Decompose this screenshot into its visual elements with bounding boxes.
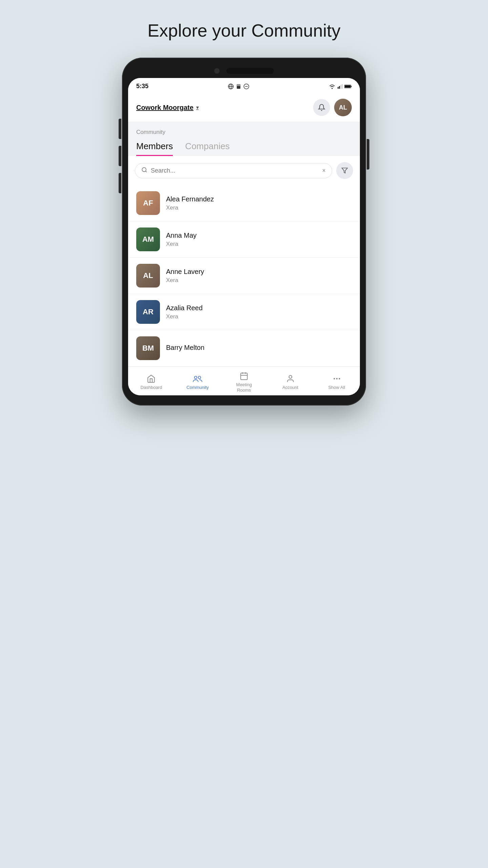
svg-point-18	[198, 376, 201, 379]
tab-members[interactable]: Members	[136, 141, 173, 156]
status-bar: 5:35	[128, 78, 360, 93]
svg-rect-7	[338, 87, 339, 88]
filter-icon	[341, 167, 348, 174]
svg-rect-12	[351, 85, 351, 87]
workspace-selector[interactable]: Cowork Moorgate ▾	[136, 104, 199, 112]
avatar-image: BM	[136, 336, 160, 360]
phone-top-bar	[128, 68, 360, 74]
member-avatar: AL	[136, 264, 160, 288]
avatar-image: AR	[136, 300, 160, 324]
nav-meeting-rooms[interactable]: MeetingRooms	[230, 372, 258, 393]
home-icon	[147, 374, 156, 383]
member-info: Anna May Xera	[166, 232, 352, 248]
nav-meeting-rooms-label: MeetingRooms	[236, 382, 252, 393]
members-list: AF Alea Fernandez Xera AM Anna May Xera	[128, 185, 360, 367]
list-item[interactable]: AM Anna May Xera	[128, 221, 360, 258]
nav-account[interactable]: Account	[277, 374, 304, 390]
member-name: Alea Fernandez	[166, 195, 352, 203]
member-avatar: AR	[136, 300, 160, 324]
notifications-button[interactable]	[313, 99, 330, 116]
list-item[interactable]: AL Anne Lavery Xera	[128, 258, 360, 294]
user-avatar[interactable]: AL	[334, 99, 352, 116]
member-name: Anna May	[166, 232, 352, 239]
search-row: ×	[128, 156, 360, 185]
member-avatar: BM	[136, 336, 160, 360]
nav-community-label: Community	[186, 385, 209, 390]
section-label: Community	[136, 129, 352, 136]
nav-community[interactable]: Community	[184, 374, 211, 390]
list-item[interactable]: BM Barry Melton	[128, 330, 360, 367]
filter-button[interactable]	[336, 162, 353, 179]
member-company: Xera	[166, 204, 352, 211]
dots-icon	[332, 374, 341, 383]
nav-show-all-label: Show All	[328, 385, 345, 390]
svg-point-23	[289, 375, 292, 378]
tabs-row: Members Companies	[136, 141, 352, 156]
svg-rect-9	[340, 85, 341, 89]
sdcard-icon	[236, 83, 241, 90]
svg-rect-8	[339, 86, 340, 88]
person-icon	[286, 374, 295, 383]
list-item[interactable]: AR Azalia Reed Xera	[128, 294, 360, 330]
status-left-icons	[228, 83, 249, 90]
list-item[interactable]: AF Alea Fernandez Xera	[128, 185, 360, 221]
member-name: Anne Lavery	[166, 268, 352, 276]
speaker-grille	[226, 68, 274, 74]
community-section: Community Members Companies	[128, 122, 360, 156]
member-info: Alea Fernandez Xera	[166, 195, 352, 211]
svg-point-25	[336, 378, 337, 379]
phone-shell: 5:35	[122, 58, 366, 406]
workspace-name: Cowork Moorgate	[136, 104, 194, 112]
signal-area	[329, 84, 352, 89]
bell-icon	[318, 104, 325, 111]
globe-icon	[228, 83, 234, 90]
nav-show-all[interactable]: Show All	[323, 374, 350, 390]
member-avatar: AF	[136, 191, 160, 215]
svg-point-26	[339, 378, 340, 379]
svg-point-24	[333, 378, 335, 379]
calendar-icon	[240, 372, 248, 380]
member-name: Azalia Reed	[166, 304, 352, 312]
page-title: Explore your Community	[147, 20, 340, 41]
member-company: Xera	[166, 241, 352, 248]
phone-screen: 5:35	[128, 78, 360, 395]
avatar-image: AL	[334, 99, 352, 116]
member-avatar: AM	[136, 228, 160, 251]
member-company: Xera	[166, 313, 352, 320]
svg-marker-16	[342, 168, 348, 173]
member-company: Xera	[166, 277, 352, 284]
status-time: 5:35	[136, 83, 148, 90]
member-info: Barry Melton	[166, 344, 352, 353]
svg-point-14	[142, 167, 146, 172]
chevron-down-icon: ▾	[196, 105, 199, 110]
battery-icon	[344, 84, 352, 89]
nav-account-label: Account	[282, 385, 298, 390]
member-info: Azalia Reed Xera	[166, 304, 352, 320]
nav-dashboard-label: Dashboard	[141, 385, 162, 390]
wifi-icon	[329, 84, 336, 89]
app-header: Cowork Moorgate ▾ AL	[128, 93, 360, 122]
svg-rect-19	[241, 373, 247, 380]
search-icon	[141, 167, 147, 175]
tab-companies[interactable]: Companies	[185, 141, 230, 156]
svg-line-15	[145, 171, 146, 172]
nodisturb-icon	[243, 83, 249, 90]
search-input[interactable]	[151, 167, 319, 174]
search-wrapper: ×	[135, 163, 332, 178]
header-actions: AL	[313, 99, 352, 116]
community-icon	[192, 374, 203, 383]
avatar-image: AF	[136, 191, 160, 215]
member-info: Anne Lavery Xera	[166, 268, 352, 284]
avatar-image: AL	[136, 264, 160, 288]
avatar-image: AM	[136, 228, 160, 251]
nav-dashboard[interactable]: Dashboard	[138, 374, 165, 390]
svg-rect-13	[345, 85, 350, 87]
member-name: Barry Melton	[166, 344, 352, 352]
svg-point-17	[195, 376, 197, 379]
clear-search-button[interactable]: ×	[322, 167, 326, 174]
svg-rect-10	[342, 84, 343, 88]
camera-dot	[214, 68, 220, 74]
signal-icon	[337, 84, 343, 89]
bottom-nav: Dashboard Community MeetingRoo	[128, 367, 360, 395]
svg-rect-4	[237, 84, 241, 86]
